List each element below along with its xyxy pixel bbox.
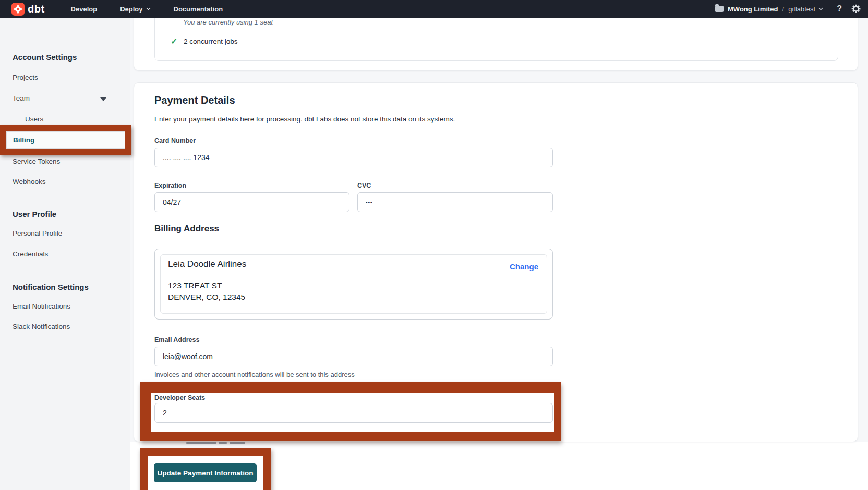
- billing-address-inner-box: Leia Doodle Airlines Change 123 TREAT ST…: [160, 254, 547, 314]
- sidebar-heading-account-settings: Account Settings: [13, 53, 77, 62]
- nav-deploy[interactable]: Deploy: [120, 5, 150, 13]
- main-content: You are currently using 1 seat ✓ 2 concu…: [130, 18, 868, 490]
- developer-seats-input[interactable]: [154, 403, 553, 423]
- gear-icon[interactable]: [851, 4, 861, 14]
- account-name[interactable]: MWong Limited: [728, 5, 778, 13]
- sidebar-item-webhooks[interactable]: Webhooks: [13, 178, 46, 186]
- concurrent-jobs-text: 2 concurrent jobs: [184, 38, 238, 45]
- sidebar-item-users[interactable]: Users: [25, 115, 43, 123]
- payment-details-title: Payment Details: [154, 94, 235, 106]
- obscured-text-fragment: [186, 436, 254, 438]
- billing-address-box: Leia Doodle Airlines Change 123 TREAT ST…: [154, 249, 553, 320]
- breadcrumb-separator: /: [782, 5, 785, 13]
- cvc-label: CVC: [357, 182, 371, 189]
- sidebar-item-email-notifications[interactable]: Email Notifications: [13, 302, 70, 310]
- nav-documentation[interactable]: Documentation: [174, 5, 223, 13]
- project-switcher[interactable]: gitlabtest: [788, 5, 815, 13]
- caret-down-icon[interactable]: [100, 97, 106, 101]
- sidebar-heading-notification-settings: Notification Settings: [13, 283, 89, 291]
- billing-address-heading: Billing Address: [154, 224, 219, 234]
- seat-usage-note: You are currently using 1 seat: [183, 18, 273, 26]
- email-helper-text: Invoices and other account notifications…: [154, 371, 355, 378]
- chevron-down-icon: [146, 7, 151, 10]
- sidebar-item-slack-notifications[interactable]: Slack Notifications: [13, 323, 70, 330]
- dbt-logo[interactable]: dbt: [11, 3, 45, 16]
- annotation-box-billing: Billing: [0, 125, 131, 155]
- folder-icon: [715, 6, 724, 12]
- top-navbar: dbt Develop Deploy Documentation MWong L…: [0, 0, 868, 18]
- settings-sidebar: Account Settings Projects Team Users Bil…: [0, 18, 130, 490]
- card-number-label: Card Number: [154, 137, 196, 144]
- nav-develop[interactable]: Develop: [71, 5, 98, 13]
- sidebar-heading-user-profile: User Profile: [13, 210, 56, 218]
- dbt-logo-text: dbt: [28, 3, 45, 15]
- sidebar-item-credentials[interactable]: Credentials: [13, 250, 48, 258]
- sidebar-item-billing[interactable]: Billing: [6, 131, 125, 149]
- card-number-input[interactable]: [154, 148, 553, 167]
- sidebar-item-personal-profile[interactable]: Personal Profile: [13, 229, 62, 237]
- payment-details-description: Enter your payment details here for proc…: [154, 115, 455, 123]
- chevron-down-icon[interactable]: [818, 7, 823, 10]
- sidebar-item-team[interactable]: Team: [13, 94, 30, 102]
- expiration-label: Expiration: [154, 182, 186, 189]
- payment-details-card: Payment Details Enter your payment detai…: [134, 82, 858, 442]
- seats-card: You are currently using 1 seat ✓ 2 concu…: [134, 18, 858, 71]
- billing-address-line2: DENVER, CO, 12345: [168, 292, 245, 302]
- billing-address-line1: 123 TREAT ST: [168, 281, 222, 290]
- sidebar-item-service-tokens[interactable]: Service Tokens: [13, 157, 60, 165]
- sidebar-item-projects[interactable]: Projects: [13, 74, 38, 81]
- change-address-link[interactable]: Change: [510, 262, 538, 271]
- expiration-input[interactable]: [154, 192, 349, 212]
- cvc-input[interactable]: [357, 192, 553, 212]
- email-address-label: Email Address: [154, 336, 199, 344]
- email-address-input[interactable]: [154, 347, 553, 366]
- check-icon: ✓: [171, 36, 177, 46]
- developer-seats-label: Developer Seats: [154, 394, 205, 401]
- dbt-logo-icon: [11, 3, 25, 16]
- update-payment-button[interactable]: Update Payment Information: [154, 463, 257, 482]
- help-icon[interactable]: ?: [837, 4, 842, 14]
- billing-address-name: Leia Doodle Airlines: [168, 259, 246, 270]
